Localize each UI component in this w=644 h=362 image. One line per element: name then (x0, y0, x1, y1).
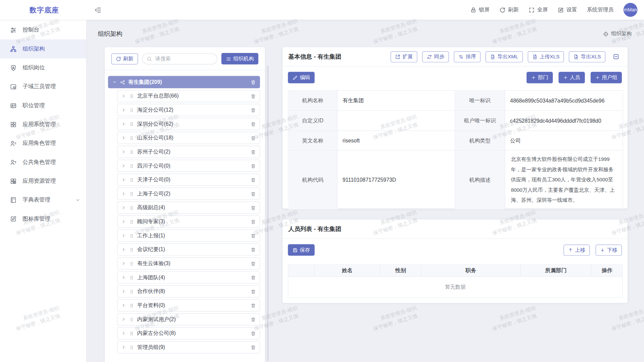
trash-icon[interactable] (251, 219, 256, 224)
tree-node[interactable]: 有生云体验(3) (117, 257, 260, 270)
export-xls-button[interactable]: 导出XLS (569, 51, 605, 62)
basic-info-panel: 基本信息 - 有生集团 扩展 同步 排序 (282, 47, 628, 208)
sidebar-item-subdomain[interactable]: 子域三员管理 (0, 77, 86, 96)
tree-node-label: 上海子公司(2) (137, 190, 248, 197)
export-xml-button[interactable]: 导出XML (485, 51, 523, 62)
drag-handle-icon[interactable] (129, 177, 134, 182)
collapse-panel-button[interactable] (610, 53, 622, 60)
drag-handle-icon[interactable] (129, 163, 134, 169)
current-user[interactable]: 系统管理员 (587, 6, 614, 13)
sidebar-item-app-resource[interactable]: 应用资源管理 (0, 172, 86, 190)
drag-handle-icon[interactable] (129, 191, 134, 196)
trash-icon[interactable] (251, 275, 256, 280)
tree-node[interactable]: 北京平台总部(66) (117, 90, 260, 102)
basic-info-table: 机构名称 有生集团 唯一标识 4868e899c5034a87a49b5cd9d… (288, 90, 623, 201)
tree-node[interactable]: 苏州子公司(2) (117, 146, 260, 158)
tree-node[interactable]: 高级副总(4) (117, 201, 260, 214)
trash-icon[interactable] (251, 107, 256, 113)
drag-handle-icon[interactable] (129, 135, 134, 140)
trash-icon[interactable] (251, 345, 256, 350)
sidebar-item-public-role[interactable]: 公共角色管理 (0, 153, 86, 172)
sidebar-fold-button[interactable] (95, 6, 102, 13)
settings-button[interactable]: 设置 (558, 6, 577, 13)
drag-handle-icon[interactable] (129, 149, 134, 155)
drag-handle-icon[interactable] (129, 289, 134, 294)
tree-refresh-button[interactable]: 刷新 (111, 53, 138, 64)
chevron-right-icon (121, 303, 126, 308)
tree-node[interactable]: 平台资料(0) (117, 299, 260, 312)
tree-node[interactable]: 天津子公司(0) (117, 174, 260, 186)
tree-node[interactable]: 顾问专家(3) (117, 216, 260, 228)
save-button[interactable]: 保存 (288, 244, 315, 256)
lock-screen-button[interactable]: 锁屏 (470, 6, 490, 13)
drag-handle-icon[interactable] (129, 261, 134, 266)
trash-icon[interactable] (251, 163, 256, 169)
drag-handle-icon[interactable] (129, 205, 134, 210)
drag-handle-icon[interactable] (129, 233, 134, 238)
add-person-button[interactable]: 人员 (558, 72, 585, 83)
tree-node[interactable]: 内蒙古分公司(8) (117, 327, 260, 340)
avatar[interactable]: mMan (624, 3, 638, 17)
trash-icon[interactable] (251, 94, 256, 99)
trash-icon[interactable] (251, 233, 256, 238)
trash-icon[interactable] (251, 303, 256, 308)
trash-icon[interactable] (251, 177, 256, 182)
sort-button[interactable]: 排序 (454, 51, 481, 62)
trash-icon[interactable] (251, 247, 256, 252)
tree-node[interactable]: 山东分公司(18) (117, 132, 260, 144)
trash-icon[interactable] (251, 79, 256, 85)
move-down-button[interactable]: 下移 (596, 244, 622, 255)
drag-handle-icon[interactable] (129, 107, 134, 113)
trash-icon[interactable] (251, 330, 256, 336)
drag-handle-icon[interactable] (129, 121, 134, 127)
tree-node[interactable]: 工作上报(1) (117, 229, 260, 242)
sidebar-item-app-role[interactable]: 应用角色管理 (0, 134, 86, 153)
tree-node[interactable]: 上海子公司(2) (117, 188, 260, 200)
tree-node[interactable]: 会议纪要(1) (117, 243, 260, 256)
org-type-button[interactable]: 组织机构 (221, 53, 258, 64)
tree-node[interactable]: 海淀分公司(12) (117, 104, 260, 116)
fullscreen-button[interactable]: 全屏 (529, 6, 548, 13)
edit-button[interactable]: 编辑 (288, 72, 315, 83)
sidebar-item-position[interactable]: 职位管理 (0, 96, 86, 115)
tree-node[interactable]: 四川子公司(0) (117, 160, 260, 172)
tree-node[interactable]: 合作伙伴(8) (117, 285, 260, 298)
tree-node-root[interactable]: 有生集团(209) (108, 76, 260, 88)
tree-node[interactable]: 管理员组(9) (117, 341, 260, 354)
tree-node[interactable]: 内蒙测试用户(2) (117, 313, 260, 325)
add-department-button[interactable]: 部门 (526, 72, 552, 83)
drag-handle-icon[interactable] (129, 317, 134, 322)
tree-node[interactable]: 深圳分公司(62) (117, 118, 260, 130)
trash-icon[interactable] (251, 317, 256, 322)
sidebar-item-dictionary[interactable]: 字典表管理 (0, 190, 86, 209)
drag-handle-icon[interactable] (129, 275, 134, 280)
trash-icon[interactable] (251, 191, 256, 196)
add-usergroup-button[interactable]: 用户组 (590, 72, 622, 83)
tree-scrollbar[interactable] (267, 66, 269, 361)
sidebar-item-console[interactable]: 控制台 (0, 20, 86, 39)
trash-icon[interactable] (251, 261, 256, 266)
drag-handle-icon[interactable] (129, 303, 134, 308)
upload-xls-button[interactable]: 上传XLS (528, 51, 564, 62)
sidebar-item-org-post[interactable]: 组织岗位 (0, 58, 86, 77)
drag-handle-icon[interactable] (129, 247, 134, 252)
drag-handle-icon[interactable] (129, 94, 134, 99)
sidebar-item-icon-library[interactable]: 图标库管理 (0, 209, 86, 228)
trash-icon[interactable] (251, 135, 256, 140)
trash-icon[interactable] (251, 289, 256, 294)
refresh-page-button[interactable]: 刷新 (499, 6, 519, 13)
drag-handle-icon[interactable] (129, 330, 134, 336)
drag-handle-icon[interactable] (129, 345, 134, 350)
sidebar-item-app-system[interactable]: 应用系统管理 (0, 115, 86, 134)
trash-icon[interactable] (251, 205, 256, 210)
trash-icon[interactable] (251, 149, 256, 155)
expand-button[interactable]: 扩展 (391, 51, 418, 62)
sidebar-item-label: 组织岗位 (22, 64, 45, 71)
drag-handle-icon[interactable] (129, 219, 134, 224)
trash-icon[interactable] (251, 121, 256, 127)
tree-node[interactable]: 上海团队(4) (117, 271, 260, 284)
tree-search-input[interactable] (154, 55, 213, 62)
sidebar-item-org-structure[interactable]: 组织架构 (0, 40, 86, 58)
sync-button[interactable]: 同步 (422, 51, 449, 62)
move-up-button[interactable]: 上移 (564, 244, 590, 255)
